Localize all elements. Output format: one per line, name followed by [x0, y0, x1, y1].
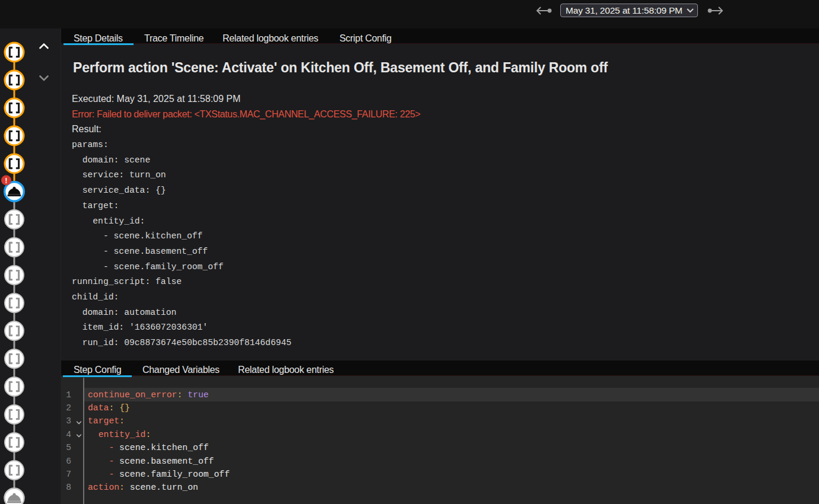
- svg-text:!: !: [5, 176, 7, 185]
